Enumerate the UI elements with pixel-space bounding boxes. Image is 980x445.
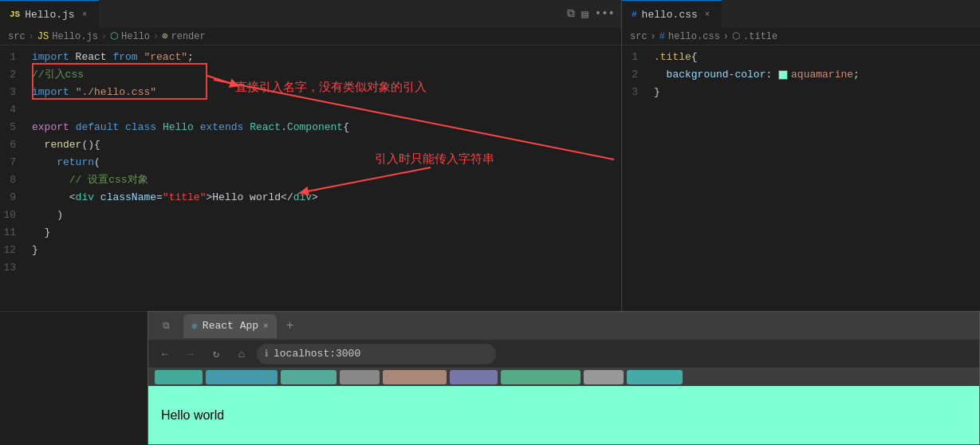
browser-refresh-button[interactable]: ↻ xyxy=(206,344,226,364)
bc-sep3: › xyxy=(153,31,159,42)
code-line-8: // 设置css对象 xyxy=(32,171,621,189)
bookmark-7 xyxy=(501,370,581,384)
browser-bookmarks-bar xyxy=(148,368,979,386)
code-line-3: import "./hello.css" xyxy=(32,84,621,101)
tab-hello-js[interactable]: JS Hello.js × xyxy=(0,0,99,28)
code-line-11: } xyxy=(32,224,621,242)
js-file-icon: JS xyxy=(10,10,20,19)
left-breadcrumb: src › JS Hello.js › ⬡ Hello › ⊙ render xyxy=(0,28,621,45)
left-tab-bar: JS Hello.js × ⧉ ▤ ••• xyxy=(0,0,621,28)
browser-nav: ← → ↻ ⌂ ℹ localhost:3000 xyxy=(148,340,979,368)
rbc-title-icon: ⬡ xyxy=(732,30,740,42)
bc-js-icon: JS xyxy=(37,31,49,42)
code-line-4 xyxy=(32,101,621,119)
code-line-1: import React from "react"; xyxy=(32,49,621,66)
bc-hellojs: Hello.js xyxy=(52,31,98,42)
browser-home-button[interactable]: ⌂ xyxy=(231,344,252,364)
split-editor-icon[interactable]: ⧉ xyxy=(567,7,575,21)
bookmark-8 xyxy=(584,370,624,384)
layout-icon[interactable]: ▤ xyxy=(581,7,588,21)
browser-container: ⧉ ⚛ React App × + ← → ↻ ⌂ ℹ localhost:30… xyxy=(148,311,980,445)
code-line-13 xyxy=(32,259,621,277)
code-line-12: } xyxy=(32,242,621,259)
browser-add-tab-button[interactable]: + xyxy=(283,319,297,333)
left-code-area: 1234 5678 9101112 13 import React from "… xyxy=(0,45,621,311)
browser-page-icon: ⧉ xyxy=(155,315,177,337)
tab-hello-css[interactable]: # hello.css × xyxy=(622,0,722,28)
bookmark-6 xyxy=(450,370,498,384)
bc-func-icon: ⊙ xyxy=(162,30,167,42)
bc-comp-icon: ⬡ xyxy=(110,30,118,42)
more-actions-icon[interactable]: ••• xyxy=(595,7,615,21)
bookmark-9 xyxy=(627,370,683,384)
color-swatch-aquamarine xyxy=(778,70,788,80)
bc-sep1: › xyxy=(29,31,34,42)
browser-url: localhost:3000 xyxy=(274,348,360,360)
css-file-icon: # xyxy=(632,10,637,19)
code-line-5: export default class Hello extends React… xyxy=(32,119,621,136)
rbc-title: .title xyxy=(743,31,777,42)
browser-content: Hello world xyxy=(148,386,979,444)
tab-hello-js-close[interactable]: × xyxy=(80,8,90,21)
right-code-lines: .title{ background-color: aquamarine; } xyxy=(654,49,980,308)
right-pane: # hello.css × src › # hello.css › ⬡ .tit… xyxy=(622,0,980,311)
bc-src: src xyxy=(8,31,26,42)
right-tab-bar: # hello.css × xyxy=(622,0,980,28)
browser-tab-label: React App xyxy=(203,320,258,332)
browser-forward-button: → xyxy=(180,344,201,364)
bookmark-3 xyxy=(281,370,337,384)
right-code-line-1: .title{ xyxy=(654,49,980,66)
right-code-area: 123 .title{ background-color: aquamarine… xyxy=(622,45,980,311)
tab-hello-css-close[interactable]: × xyxy=(703,8,713,21)
code-lines: import React from "react"; //引入css impor… xyxy=(32,49,621,308)
browser-hello-world-text: Hello world xyxy=(161,408,224,423)
bc-hello: Hello xyxy=(121,31,150,42)
code-line-10: ) xyxy=(32,207,621,224)
rbc-hello-css: hello.css xyxy=(668,31,720,42)
bookmark-5 xyxy=(383,370,447,384)
right-line-numbers: 123 xyxy=(622,49,654,308)
tab-hello-js-label: Hello.js xyxy=(25,9,74,21)
browser-chrome: ⧉ ⚛ React App × + xyxy=(148,312,979,340)
line-numbers: 1234 5678 9101112 13 xyxy=(0,49,32,308)
bookmark-4 xyxy=(340,370,380,384)
left-pane: JS Hello.js × ⧉ ▤ ••• src › JS Hello.js … xyxy=(0,0,622,311)
bookmark-1 xyxy=(155,370,203,384)
bookmark-2 xyxy=(206,370,277,384)
browser-tab-react-app[interactable]: ⚛ React App × xyxy=(183,314,277,338)
browser-secure-icon: ℹ xyxy=(265,348,269,360)
rbc-src: src xyxy=(630,31,647,42)
code-line-9: <div className="title">Hello world</div> xyxy=(32,189,621,207)
tab-hello-css-label: hello.css xyxy=(642,9,698,21)
browser-back-button[interactable]: ← xyxy=(155,344,175,364)
right-code-line-2: background-color: aquamarine; xyxy=(654,66,980,84)
right-code-line-3: } xyxy=(654,84,980,101)
editor-container: JS Hello.js × ⧉ ▤ ••• src › JS Hello.js … xyxy=(0,0,980,311)
right-breadcrumb: src › # hello.css › ⬡ .title xyxy=(622,28,980,45)
browser-tab-close[interactable]: × xyxy=(263,321,269,331)
browser-address-bar[interactable]: ℹ localhost:3000 xyxy=(257,344,496,364)
tab-bar-actions: ⧉ ▤ ••• xyxy=(567,7,615,21)
code-line-6: render(){ xyxy=(32,136,621,154)
rbc-hash-icon: # xyxy=(659,31,665,42)
code-line-7: return( xyxy=(32,154,621,171)
react-favicon-icon: ⚛ xyxy=(191,320,198,333)
code-line-2: //引入css xyxy=(32,66,621,84)
bc-render: render xyxy=(171,31,205,42)
bc-sep2: › xyxy=(101,31,107,42)
